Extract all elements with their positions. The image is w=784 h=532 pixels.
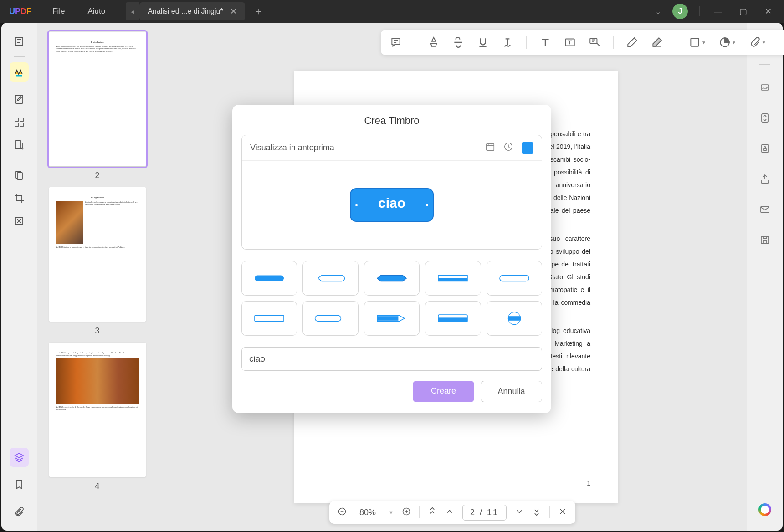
- first-page-button[interactable]: [428, 507, 437, 518]
- user-avatar[interactable]: J: [672, 4, 688, 19]
- create-stamp-modal: Crea Timbro Visualizza in anteprima ciao…: [232, 105, 551, 413]
- stamp-text-input[interactable]: ciao: [241, 347, 542, 371]
- tab-prev[interactable]: ◂: [126, 2, 139, 20]
- convert-icon[interactable]: [755, 108, 774, 128]
- attach-tool-icon[interactable]: ▼: [749, 36, 766, 48]
- form-mode-icon[interactable]: [10, 135, 29, 154]
- thumb-number: 4: [44, 481, 151, 491]
- svg-rect-33: [377, 316, 398, 321]
- svg-rect-13: [691, 38, 698, 46]
- stamp-shape-2[interactable]: [302, 261, 358, 296]
- svg-rect-12: [590, 38, 597, 43]
- svg-rect-9: [17, 173, 22, 179]
- highlight-tool-icon[interactable]: [428, 36, 440, 48]
- shape-tool-icon[interactable]: ▼: [689, 36, 706, 48]
- last-page-button[interactable]: [532, 507, 541, 518]
- edit-mode-icon[interactable]: [10, 90, 29, 109]
- thumbnail-page-3[interactable]: 2. La generalità Jingju oltre delle cate…: [44, 187, 151, 336]
- thumb-number: 3: [44, 326, 151, 336]
- sticker-tool-icon[interactable]: ▼: [719, 36, 736, 48]
- stamp-shape-8[interactable]: [364, 301, 420, 336]
- stamp-shape-5[interactable]: [487, 261, 542, 296]
- svg-rect-25: [761, 236, 769, 244]
- stamp-shape-1[interactable]: [241, 261, 297, 296]
- layers-icon[interactable]: [10, 448, 29, 467]
- stamp-shape-4[interactable]: [425, 261, 481, 296]
- text-tool-icon[interactable]: [539, 36, 551, 48]
- tab-close-icon[interactable]: ✕: [230, 6, 237, 16]
- thumb-number: 2: [44, 171, 151, 180]
- tab-title: Analisi ed ...e di Jingju*: [148, 7, 223, 15]
- preview-label: Visualizza in anteprima: [250, 143, 334, 153]
- document-tab[interactable]: Analisi ed ...e di Jingju* ✕: [139, 2, 245, 20]
- svg-rect-23: [764, 148, 766, 151]
- callout-tool-icon[interactable]: [589, 36, 600, 48]
- chevron-down-icon[interactable]: ⌄: [655, 7, 661, 16]
- redact-icon[interactable]: [10, 211, 29, 230]
- save-icon[interactable]: [755, 230, 774, 250]
- minimize-button[interactable]: —: [711, 7, 725, 16]
- stamp-shape-10[interactable]: [487, 301, 542, 336]
- svg-rect-3: [20, 118, 23, 121]
- bottom-navigation-bar: 80% ▼ 2 / 11: [329, 501, 575, 524]
- attachment-icon[interactable]: [10, 502, 29, 522]
- bookmark-icon[interactable]: [10, 475, 29, 494]
- svg-point-7: [22, 148, 23, 149]
- pencil-tool-icon[interactable]: [626, 36, 638, 48]
- email-icon[interactable]: [755, 200, 774, 219]
- svg-rect-31: [500, 276, 529, 281]
- svg-rect-30: [438, 278, 467, 281]
- prev-page-button[interactable]: [445, 507, 454, 518]
- crop-icon[interactable]: [10, 189, 29, 208]
- ocr-icon[interactable]: OCR: [755, 78, 774, 97]
- reader-mode-icon[interactable]: [10, 32, 29, 51]
- left-sidebar: [1, 23, 37, 531]
- create-button[interactable]: Creare: [413, 381, 474, 402]
- time-icon[interactable]: [503, 142, 513, 154]
- stamp-shape-9[interactable]: [425, 301, 481, 336]
- zoom-value[interactable]: 80%: [355, 506, 380, 519]
- close-bottombar-button[interactable]: [558, 507, 567, 518]
- date-icon[interactable]: [485, 142, 495, 154]
- zoom-in-button[interactable]: [402, 507, 411, 518]
- ai-assistant-icon[interactable]: [755, 500, 774, 519]
- menu-help[interactable]: Aiuto: [76, 7, 117, 16]
- strikethrough-tool-icon[interactable]: [452, 36, 464, 48]
- comment-mode-icon[interactable]: [10, 62, 29, 82]
- stamp-shape-3[interactable]: [364, 261, 420, 296]
- color-picker[interactable]: [522, 142, 533, 154]
- tab-add-button[interactable]: ＋: [250, 2, 268, 20]
- svg-rect-28: [255, 276, 284, 281]
- thumbnail-page-4[interactable]: mente 1976. In perché Jingju fu data per…: [44, 343, 151, 491]
- organize-pages-icon[interactable]: [10, 113, 29, 132]
- stamp-shape-6[interactable]: [241, 301, 297, 336]
- maximize-button[interactable]: ▢: [736, 6, 750, 16]
- close-button[interactable]: ✕: [761, 6, 775, 16]
- right-sidebar: OCR: [747, 23, 783, 531]
- protect-icon[interactable]: [755, 139, 774, 158]
- next-page-button[interactable]: [515, 507, 524, 518]
- svg-rect-2: [15, 118, 18, 121]
- cancel-button[interactable]: Annulla: [481, 381, 542, 402]
- squiggly-tool-icon[interactable]: [502, 36, 513, 48]
- page-indicator[interactable]: 2 / 11: [462, 505, 507, 521]
- svg-rect-32: [255, 316, 284, 322]
- svg-rect-5: [20, 123, 23, 126]
- underline-tool-icon[interactable]: [477, 36, 489, 48]
- zoom-out-button[interactable]: [338, 507, 347, 518]
- app-logo: UPDF: [0, 7, 41, 16]
- annotation-toolbar: ▼ ▼ ▼ ▼ ▼: [381, 30, 784, 55]
- tools-icon[interactable]: [10, 166, 29, 185]
- share-icon[interactable]: [755, 169, 774, 189]
- svg-rect-4: [15, 123, 18, 126]
- textbox-tool-icon[interactable]: [564, 36, 576, 48]
- stamp-shape-7[interactable]: [302, 301, 358, 336]
- zoom-dropdown-icon[interactable]: ▼: [389, 510, 394, 515]
- menu-file[interactable]: File: [41, 7, 76, 16]
- note-tool-icon[interactable]: [390, 36, 402, 48]
- thumbnail-page-2[interactable]: 1. Introduzione Nella globalizzazione de…: [44, 32, 151, 180]
- eraser-tool-icon[interactable]: [651, 36, 663, 48]
- thumbnail-panel: 1. Introduzione Nella globalizzazione de…: [37, 23, 158, 531]
- stamp-shape-grid: [232, 250, 551, 343]
- svg-text:OCR: OCR: [761, 86, 769, 89]
